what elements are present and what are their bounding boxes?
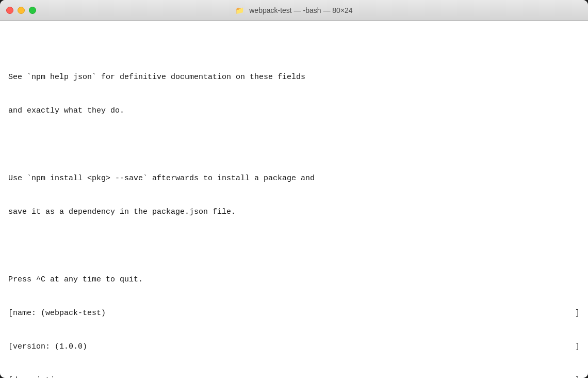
line-3: Use `npm install <pkg> --save` afterward…	[8, 173, 580, 184]
window-title: 📁 webpack-test — -bash — 80×24	[235, 6, 352, 14]
form-name-bracket-right: ]	[575, 308, 580, 319]
terminal-window: 📁 webpack-test — -bash — 80×24 See `npm …	[0, 0, 588, 378]
line-1: See `npm help json` for definitive docum…	[8, 72, 580, 83]
form-desc-bracket-left: [	[8, 375, 13, 378]
form-version-bracket-right: ]	[575, 341, 580, 353]
terminal-content: See `npm help json` for definitive docum…	[8, 50, 580, 379]
title-bar: 📁 webpack-test — -bash — 80×24	[0, 0, 588, 21]
line-4: save it as a dependency in the package.j…	[8, 207, 580, 218]
form-desc-label: description:	[13, 375, 69, 378]
line-empty-1	[8, 139, 580, 151]
maximize-button[interactable]	[29, 7, 36, 14]
line-empty-2	[8, 240, 580, 251]
form-name-bracket-left: [	[8, 308, 13, 319]
line-2: and exactly what they do.	[8, 105, 580, 117]
form-name: [ name: (webpack-test) ]	[8, 308, 580, 319]
folder-icon: 📁	[235, 6, 244, 14]
form-desc-bracket-right: ]	[575, 375, 580, 378]
line-5: Press ^C at any time to quit.	[8, 274, 580, 286]
form-version-label: version: (1.0.0)	[13, 341, 87, 353]
form-name-label: name: (webpack-test)	[13, 308, 106, 319]
form-description: [ description: ]	[8, 375, 580, 378]
traffic-lights	[6, 7, 36, 14]
minimize-button[interactable]	[18, 7, 25, 14]
terminal-body[interactable]: See `npm help json` for definitive docum…	[0, 21, 588, 378]
form-version: [ version: (1.0.0) ]	[8, 341, 580, 353]
close-button[interactable]	[6, 7, 13, 14]
form-version-bracket-left: [	[8, 341, 13, 353]
